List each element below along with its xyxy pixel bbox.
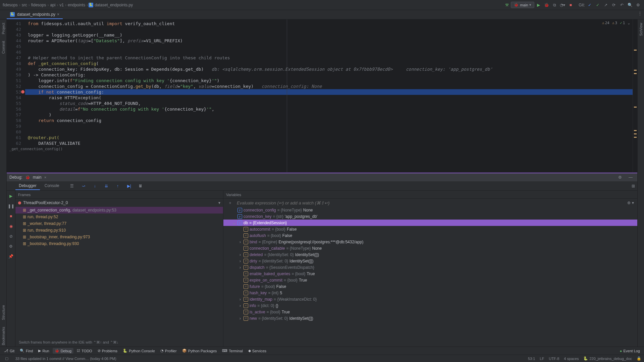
- variable-row[interactable]: ›f deleted = {IdentitySet: 0} IdentitySe…: [223, 251, 637, 258]
- evaluate-icon[interactable]: 🖩: [137, 183, 144, 189]
- tool-profiler[interactable]: ◔Profiler: [158, 348, 179, 354]
- step-into-my-icon[interactable]: ⇊: [103, 183, 110, 189]
- close-tab-icon[interactable]: ×: [57, 12, 59, 17]
- python-interpreter[interactable]: 🐍 220_jetbrains_debug_doc: [583, 356, 632, 361]
- tool-todo[interactable]: ☑TODO: [75, 348, 94, 354]
- crumb[interactable]: fidesops: [2, 3, 18, 7]
- editor-gutter[interactable]: 414243 444546 474849 505152 53 545556 57…: [7, 19, 25, 172]
- tool-run[interactable]: ▶Run: [36, 348, 51, 354]
- search-everywhere-icon[interactable]: 🔍: [627, 2, 633, 8]
- debug-minimize-icon[interactable]: —: [627, 174, 634, 181]
- view-breakpoints-icon[interactable]: ◉: [8, 223, 14, 230]
- toolwindow-toggle-icon[interactable]: ▢: [3, 355, 10, 362]
- file-tab[interactable]: dataset_endpoints.py ×: [7, 10, 63, 19]
- variable-row[interactable]: ›f new = {IdentitySet: 0} IdentitySet([]…: [223, 315, 637, 321]
- crumb-file[interactable]: dataset_endpoints.py: [94, 3, 133, 7]
- variable-row[interactable]: ›f identity_map = {WeakInstanceDict: 0}: [223, 296, 637, 302]
- tool-debug[interactable]: 🐞Debug: [53, 348, 73, 354]
- status-message[interactable]: 33 files updated in 1 commit // View Com…: [15, 357, 116, 361]
- debug-run-config[interactable]: main: [33, 175, 42, 180]
- run-config-selector[interactable]: 🐞main▾: [511, 2, 534, 8]
- line-separator[interactable]: LF: [540, 357, 544, 361]
- stop-icon[interactable]: ■: [8, 213, 14, 220]
- step-into-icon[interactable]: ↓: [92, 183, 98, 189]
- variable-row[interactable]: f enable_baked_queries = {bool} True: [223, 270, 637, 277]
- stack-frame[interactable]: ⊞ _bootstrap_inner, threading.py:973: [15, 234, 223, 240]
- variable-row[interactable]: f is_active = {bool} True: [223, 309, 637, 315]
- crumb[interactable]: api: [49, 3, 56, 7]
- event-log[interactable]: ●Event Log: [618, 348, 642, 354]
- tool-terminal[interactable]: ⌨Terminal: [220, 348, 245, 354]
- caret-position[interactable]: 53:1: [528, 357, 535, 361]
- tool-sciview[interactable]: SciView: [639, 21, 643, 37]
- layout-icon[interactable]: ⊞: [630, 183, 637, 189]
- breakpoint-icon[interactable]: [21, 90, 24, 94]
- tool-find[interactable]: 🔍Find: [18, 348, 35, 354]
- inspection-widget[interactable]: 24 3 1 ⌄: [602, 21, 630, 25]
- pause-icon[interactable]: ❚❚: [8, 203, 14, 209]
- stop-button[interactable]: ■: [567, 2, 574, 8]
- git-update-icon[interactable]: ✓: [586, 2, 593, 8]
- step-list-icon[interactable]: ☰: [69, 183, 75, 189]
- tool-structure[interactable]: Structure: [1, 304, 5, 321]
- git-history-icon[interactable]: ⟳: [610, 2, 617, 8]
- run-to-cursor-icon[interactable]: ▶|: [126, 183, 132, 189]
- tool-problems[interactable]: ⊘Problems: [96, 348, 119, 354]
- file-encoding[interactable]: UTF-8: [549, 357, 559, 361]
- stack-frame[interactable]: ⊞ _get_connection_config, dataset_endpoi…: [15, 207, 223, 214]
- variable-row[interactable]: p connection_config = {NoneType} None: [223, 207, 637, 213]
- run-button[interactable]: ▶: [535, 2, 542, 8]
- variable-row[interactable]: f autocommit = {bool} False: [223, 226, 637, 232]
- git-revert-icon[interactable]: ↶: [619, 2, 625, 8]
- step-out-icon[interactable]: ↑: [114, 183, 121, 189]
- stack-frame[interactable]: ⊞ run, thread.py:52: [15, 214, 223, 220]
- tool-services[interactable]: ◆Services: [246, 348, 268, 354]
- tool-commit[interactable]: Commit: [1, 40, 5, 55]
- git-push-icon[interactable]: ↗: [602, 2, 609, 8]
- readonly-lock-icon[interactable]: 🔒: [637, 356, 641, 361]
- stack-frame[interactable]: ⊞ run, threading.py:910: [15, 227, 223, 234]
- tool-project[interactable]: Project: [1, 21, 5, 36]
- variable-row[interactable]: ›f info = {dict: 0} {}: [223, 302, 637, 309]
- debug-settings2-icon[interactable]: ⚙: [8, 243, 14, 250]
- tab-console[interactable]: Console: [41, 182, 63, 190]
- debug-settings-icon[interactable]: ⚙: [616, 174, 623, 181]
- settings-icon[interactable]: ⚙: [635, 2, 641, 8]
- variable-row[interactable]: ⌄p db = {ExtendedSession}: [223, 220, 637, 226]
- coverage-icon[interactable]: ⧉: [551, 2, 558, 8]
- variable-row[interactable]: f hash_key = {int} 5: [223, 290, 637, 296]
- profile-icon[interactable]: ◔▾: [559, 2, 566, 8]
- variable-row[interactable]: ›f dirty = {IdentitySet: 0} IdentitySet(…: [223, 258, 637, 264]
- crumb[interactable]: src: [21, 3, 28, 7]
- git-commit-icon[interactable]: ✓: [594, 2, 601, 8]
- evaluate-input[interactable]: [237, 200, 624, 205]
- resume-icon[interactable]: ▶: [8, 193, 14, 199]
- variable-row[interactable]: p connection_key = {str} 'app_postgres_d…: [223, 213, 637, 220]
- variable-row[interactable]: ›f bind = {Engine} Engine(postgresql://p…: [223, 239, 637, 245]
- variable-row[interactable]: ›f dispatch = {SessionEventsDispatch}: [223, 264, 637, 270]
- mute-breakpoints-icon[interactable]: ⊘: [8, 233, 14, 240]
- code-editor[interactable]: 24 3 1 ⌄ from fidesops.util.oauth_util i…: [25, 19, 633, 172]
- crumb[interactable]: v1: [59, 3, 64, 7]
- step-over-icon[interactable]: ⤻: [80, 183, 87, 189]
- variable-row[interactable]: f connection_callable = {NoneType} None: [223, 245, 637, 251]
- error-stripe[interactable]: [633, 19, 637, 172]
- tab-debugger[interactable]: Debugger: [15, 182, 40, 190]
- variable-row[interactable]: f future = {bool} False: [223, 283, 637, 290]
- crumb[interactable]: endpoints: [67, 3, 86, 7]
- pin-icon[interactable]: 📌: [8, 253, 14, 260]
- stack-frame[interactable]: ⊞ _worker, thread.py:77: [15, 220, 223, 227]
- build-icon[interactable]: ⚒: [503, 2, 510, 8]
- debug-button[interactable]: 🐞: [543, 2, 550, 8]
- tool-bookmarks[interactable]: Bookmarks: [1, 325, 5, 347]
- tool-pyconsole[interactable]: 🐍Python Console: [121, 348, 157, 354]
- tab-options-icon[interactable]: ⋮: [637, 10, 643, 17]
- crumb[interactable]: fidesops: [31, 3, 47, 7]
- variable-row[interactable]: f autoflush = {bool} False: [223, 232, 637, 239]
- thread-selector[interactable]: ThreadPoolExecutor-2_0 ▾: [15, 199, 223, 207]
- tool-git[interactable]: ⎇Git: [2, 348, 16, 354]
- add-watch-icon[interactable]: ＋: [227, 199, 233, 206]
- stack-frame[interactable]: ⊞ _bootstrap, threading.py:930: [15, 240, 223, 247]
- variable-row[interactable]: f expire_on_commit = {bool} True: [223, 277, 637, 283]
- eval-options-icon[interactable]: ⊕ ▾: [627, 199, 634, 206]
